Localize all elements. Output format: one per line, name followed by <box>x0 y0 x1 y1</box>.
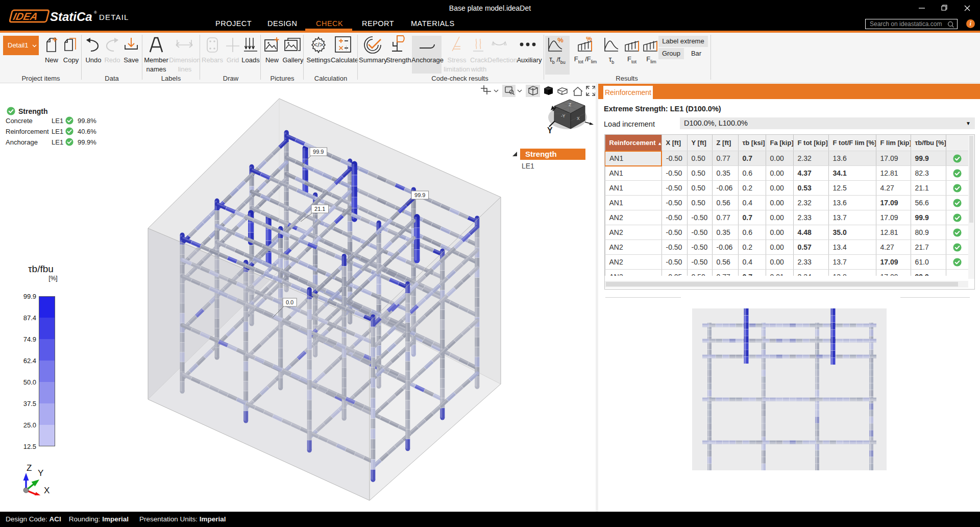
svg-text:</>: </> <box>314 41 324 49</box>
svg-text:DETAIL: DETAIL <box>99 13 129 21</box>
svg-text:-Y: -Y <box>561 113 566 118</box>
svg-text:X: X <box>44 486 50 495</box>
svg-text:StatiCa: StatiCa <box>50 10 92 23</box>
svg-text:®: ® <box>94 10 97 15</box>
svg-text:0.0: 0.0 <box>286 299 293 305</box>
svg-text:X: X <box>577 116 580 121</box>
svg-text:99.9: 99.9 <box>414 192 425 198</box>
svg-text:Y: Y <box>547 126 553 135</box>
svg-text:Y: Y <box>38 468 43 478</box>
svg-text:%: % <box>557 37 564 44</box>
svg-text:21.1: 21.1 <box>314 206 325 212</box>
svg-text:Z: Z <box>569 102 571 107</box>
svg-text:IDEA: IDEA <box>12 11 39 22</box>
svg-text:%: % <box>586 37 592 42</box>
svg-text:Z: Z <box>27 463 32 473</box>
svg-text:99.9: 99.9 <box>313 149 324 155</box>
